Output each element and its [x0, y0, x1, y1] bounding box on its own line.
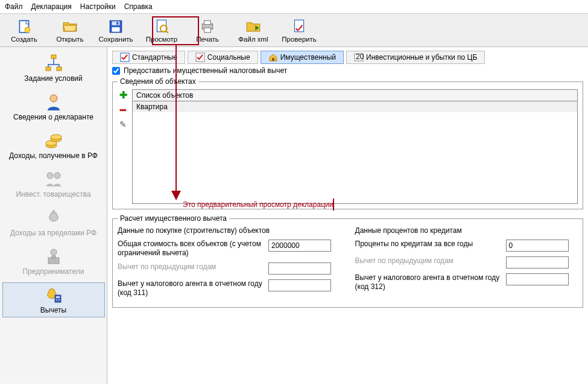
print-label: Печать	[196, 36, 219, 43]
save-button[interactable]: Сохранить	[95, 17, 136, 44]
sidebar-item-entrepreneurs[interactable]: Предприниматели	[2, 244, 105, 279]
calc-interest-col: Данные процентов по кредитам Проценты по…	[355, 226, 578, 302]
tax-calc-icon	[44, 285, 63, 305]
total-cost-row: Общая стоимость всех объектов (с учетом …	[118, 240, 341, 258]
svg-rect-3	[112, 21, 120, 25]
svg-rect-32	[272, 58, 274, 61]
deduction-tabs: Стандартные Социальные Имущественный 20.…	[112, 51, 583, 64]
calc-legend: Расчет имущественного вычета	[118, 214, 229, 223]
preview-button[interactable]: Просмотр	[141, 17, 182, 44]
xml-button[interactable]: Файл xml	[233, 17, 274, 44]
agent-311-row: Вычет у налогового агента в отчетном год…	[118, 279, 341, 297]
check-label: Проверить	[282, 36, 317, 43]
floppy-icon	[108, 19, 124, 34]
calc-purchase-title: Данные по покупке (строительству) объект…	[118, 226, 341, 235]
open-button[interactable]: Открыть	[49, 17, 90, 44]
prev-years-purchase-input[interactable]	[268, 262, 331, 275]
prev-years-interest-input[interactable]	[506, 256, 569, 269]
menu-bar: Файл Декларация Настройки Справка	[0, 0, 588, 14]
add-object-button[interactable]: ✚	[119, 89, 127, 101]
sidebar-item-declarant[interactable]: Сведения о декларанте	[2, 89, 105, 124]
menu-file[interactable]: Файл	[5, 2, 23, 11]
agent-311-label: Вычет у налогового агента в отчетном год…	[118, 279, 262, 297]
svg-rect-15	[57, 67, 62, 71]
svg-rect-13	[51, 55, 56, 59]
object-actions: ✚ ━ ✎	[118, 89, 128, 204]
prev-years-purchase-row: Вычет по предыдущим годам	[118, 262, 341, 275]
edit-object-button[interactable]: ✎	[119, 119, 127, 129]
sidebar-item-income-foreign[interactable]: Доходы за пределами РФ	[2, 205, 105, 240]
svg-point-22	[54, 173, 60, 179]
xml-label: Файл xml	[238, 36, 268, 43]
interest-input[interactable]	[506, 240, 569, 252]
remove-object-button[interactable]: ━	[120, 104, 126, 116]
svg-point-29	[58, 299, 60, 300]
svg-rect-26	[55, 295, 61, 302]
svg-point-21	[47, 173, 53, 179]
svg-rect-4	[116, 22, 118, 24]
tab-property[interactable]: Имущественный	[261, 51, 344, 64]
agent-312-input[interactable]	[506, 273, 569, 285]
sidebar-item-conditions[interactable]: Задание условий	[2, 51, 105, 86]
svg-rect-11	[204, 28, 211, 33]
agent-312-label: Вычет у налогового агента в отчетном год…	[355, 273, 500, 291]
tab-label: Социальные	[207, 53, 250, 62]
svg-rect-14	[46, 67, 51, 71]
sidebar-label: Сведения о декларанте	[4, 113, 103, 121]
agent-311-input[interactable]	[268, 279, 331, 291]
sidebar-item-deductions[interactable]: Вычеты	[2, 282, 105, 317]
house-icon	[268, 52, 278, 62]
sidebar: Задание условий Сведения о декларанте До…	[0, 47, 107, 384]
handshake-icon	[44, 170, 63, 189]
interest-label: Проценты по кредитам за все годы	[355, 240, 500, 249]
svg-point-16	[50, 95, 57, 102]
objects-list-row[interactable]: Квартира	[133, 101, 577, 112]
coins-icon	[44, 131, 63, 150]
moneybag-icon	[44, 208, 63, 227]
check-doc-icon	[291, 19, 307, 34]
sidebar-label: Инвест. товарищества	[4, 190, 103, 199]
menu-help[interactable]: Справка	[124, 2, 153, 11]
calc-purchase-col: Данные по покупке (строительству) объект…	[118, 226, 341, 302]
objects-fieldset: Сведения об объектах ✚ ━ ✎ Список объект…	[112, 77, 583, 209]
create-label: Создать	[11, 36, 37, 43]
tab-social[interactable]: Социальные	[188, 51, 258, 64]
sidebar-label: Задание условий	[4, 74, 103, 83]
tab-invest[interactable]: 20... Инвестиционные и убытки по ЦБ	[346, 51, 485, 64]
sidebar-label: Доходы за пределами РФ	[4, 229, 103, 237]
workspace: Задание условий Сведения о декларанте До…	[0, 47, 588, 384]
svg-rect-5	[112, 27, 120, 32]
agent-312-row: Вычет у налогового агента в отчетном год…	[355, 273, 578, 291]
tab-label: Инвестиционные и убытки по ЦБ	[366, 53, 477, 62]
xml-export-icon	[245, 19, 261, 34]
check-button[interactable]: Проверить	[279, 17, 320, 44]
objects-legend: Сведения об объектах	[118, 77, 198, 86]
prev-years-interest-label: Вычет по предыдущим годам	[355, 256, 500, 265]
sidebar-item-invest-partnership[interactable]: Инвест. товарищества	[2, 167, 105, 202]
open-folder-icon	[62, 19, 78, 34]
svg-text:20...: 20...	[356, 52, 364, 61]
tab-label: Имущественный	[280, 53, 336, 62]
sidebar-label: Вычеты	[4, 306, 103, 314]
provide-deduction-checkbox-row: Предоставить имущественный налоговый выч…	[112, 66, 583, 75]
sidebar-label: Предприниматели	[4, 267, 103, 276]
sidebar-item-income-rf[interactable]: Доходы, полученные в РФ	[2, 128, 105, 163]
svg-point-20	[51, 135, 62, 139]
total-cost-input[interactable]	[268, 240, 331, 252]
calc-fieldset: Расчет имущественного вычета Данные по п…	[112, 214, 583, 308]
tab-label: Стандартные	[132, 53, 177, 62]
svg-line-8	[166, 31, 168, 33]
menu-declaration[interactable]: Декларация	[31, 2, 72, 11]
tree-icon	[44, 54, 63, 73]
calendar-icon: 20...	[354, 52, 364, 62]
objects-list[interactable]: Список объектов Квартира	[132, 89, 578, 204]
create-button[interactable]: Создать	[4, 17, 45, 44]
svg-point-1	[25, 27, 30, 33]
tab-standard[interactable]: Стандартные	[112, 51, 185, 64]
checkmark-icon	[195, 52, 205, 62]
svg-rect-10	[204, 21, 211, 25]
provide-deduction-checkbox[interactable]	[112, 67, 120, 75]
new-file-icon	[16, 19, 32, 34]
print-button[interactable]: Печать	[187, 17, 228, 44]
menu-settings[interactable]: Настройки	[80, 2, 116, 11]
